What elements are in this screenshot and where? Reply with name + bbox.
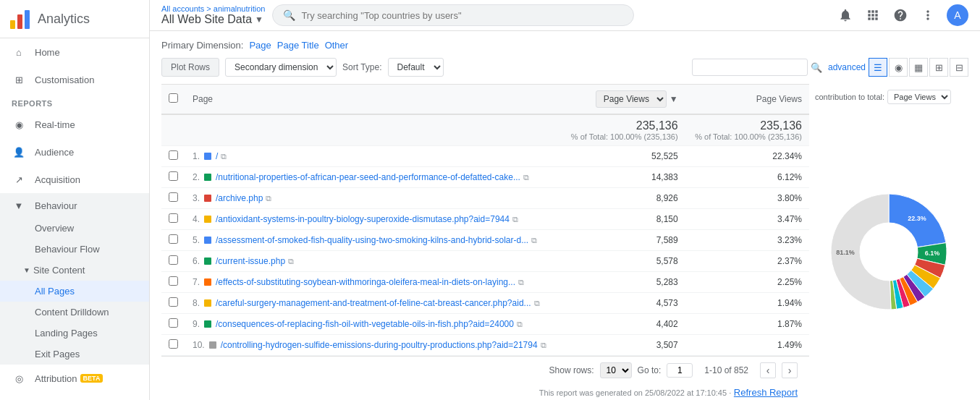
row-checkbox[interactable]: [169, 213, 178, 223]
sidebar-item-acquisition[interactable]: ↗ Acquisition: [0, 166, 149, 193]
external-link-icon: ⧉: [531, 236, 537, 245]
table-search-input[interactable]: [692, 59, 808, 76]
dimension-page-link[interactable]: Page: [249, 40, 271, 51]
show-rows-select[interactable]: 10: [600, 362, 632, 378]
row-color-dot: [204, 237, 211, 244]
page-url-link[interactable]: /effects-of-substituting-soybean-withmor…: [216, 277, 515, 287]
row-checkbox[interactable]: [169, 234, 178, 244]
svg-rect-0: [10, 20, 15, 29]
sidebar-item-site-content[interactable]: ▼ Site Content: [0, 260, 149, 281]
page-views-value: 5,578: [561, 251, 685, 272]
page-views-pct: 3.47%: [685, 209, 809, 230]
page-cell: 1. / ⧉: [185, 146, 561, 167]
sidebar-item-behaviour[interactable]: ▼ Behaviour: [0, 193, 149, 218]
row-checkbox[interactable]: [169, 276, 178, 286]
plot-rows-button[interactable]: Plot Rows: [161, 58, 219, 77]
chevron-down-icon: ▼: [23, 266, 30, 274]
chart-header: contribution to total: Page Views: [815, 90, 963, 104]
external-link-icon: ⧉: [523, 173, 529, 182]
advanced-link[interactable]: advanced: [828, 62, 866, 72]
row-number: 3.: [193, 193, 200, 203]
account-info: All accounts > animalnutrition All Web S…: [161, 4, 265, 26]
page-url-link[interactable]: /current-issue.php: [216, 256, 285, 266]
apps-icon[interactable]: [864, 7, 882, 24]
sidebar-item-discover[interactable]: 💡 Discover: [0, 392, 149, 400]
row-checkbox[interactable]: [169, 255, 178, 265]
search-bar[interactable]: 🔍: [272, 4, 634, 26]
pie-chart-container: 22.3%6.1%81.1%: [815, 108, 963, 395]
page-url-link[interactable]: /nutritional-properties-of-african-pear-…: [216, 172, 520, 182]
row-checkbox[interactable]: [169, 150, 178, 160]
row-checkbox-cell: [161, 314, 185, 335]
main-split: Page Page Views ▼: [161, 84, 968, 400]
prev-page-button[interactable]: ‹: [760, 362, 776, 378]
sidebar-item-behaviour-flow[interactable]: Behaviour Flow: [0, 239, 149, 260]
page-url-link[interactable]: /careful-surgery-management-and-treatmen…: [216, 298, 531, 308]
refresh-report-link[interactable]: Refresh Report: [734, 387, 798, 398]
all-pages-label: All Pages: [35, 286, 75, 297]
topbar-icons: A: [837, 4, 968, 26]
row-checkbox[interactable]: [169, 339, 178, 349]
sidebar-item-landing-pages[interactable]: Landing Pages: [0, 323, 149, 344]
sidebar-item-audience[interactable]: 👤 Audience: [0, 138, 149, 166]
table-row: 10. /controlling-hydrogen-sulfide-emissi…: [161, 335, 809, 356]
svg-rect-1: [17, 14, 22, 29]
pivot-view-button[interactable]: ⊟: [950, 58, 968, 77]
more-icon[interactable]: [919, 7, 937, 24]
sidebar-item-attribution[interactable]: ◎ Attribution BETA: [0, 365, 149, 392]
table-view-button[interactable]: ☰: [869, 58, 887, 77]
attribution-icon: ◎: [12, 371, 26, 386]
page-url-link[interactable]: /controlling-hydrogen-sulfide-emissions-…: [221, 340, 538, 350]
page-url-link[interactable]: /consequences-of-replacing-fish-oil-with…: [216, 319, 514, 329]
notifications-icon[interactable]: [837, 7, 854, 24]
page-cell: 5. /assessment-of-smoked-fish-quality-us…: [185, 230, 561, 251]
user-avatar[interactable]: A: [947, 4, 968, 26]
secondary-dimension-select[interactable]: Secondary dimension: [225, 58, 337, 77]
page-url-link[interactable]: /antioxidant-systems-in-poultry-biology-…: [216, 214, 510, 224]
sidebar-item-customisation[interactable]: ⊞ Customisation: [0, 66, 149, 93]
sidebar-item-home[interactable]: ⌂ Home: [0, 38, 149, 66]
dimension-page-title-link[interactable]: Page Title: [277, 40, 319, 51]
row-checkbox[interactable]: [169, 318, 178, 328]
svg-rect-2: [25, 10, 30, 29]
pie-label: 81.1%: [836, 249, 855, 256]
page-views-value: 4,573: [561, 293, 685, 314]
row-checkbox[interactable]: [169, 297, 178, 307]
sidebar-item-all-pages[interactable]: All Pages: [0, 281, 149, 302]
next-page-button[interactable]: ›: [782, 362, 798, 378]
chart-area: contribution to total: Page Views 22.3%6…: [809, 84, 968, 400]
pie-view-button[interactable]: ◉: [889, 58, 908, 77]
page-views-column-select[interactable]: Page Views: [596, 90, 667, 108]
contribution-select[interactable]: Page Views: [887, 90, 951, 104]
page-url-link[interactable]: /archive.php: [216, 193, 263, 203]
row-checkbox[interactable]: [169, 192, 178, 202]
account-path: All accounts > animalnutrition: [161, 4, 265, 13]
row-number: 9.: [193, 319, 200, 329]
help-icon[interactable]: [892, 7, 909, 24]
page-url-link[interactable]: /: [216, 151, 218, 161]
sidebar-audience-label: Audience: [35, 147, 74, 158]
row-checkbox[interactable]: [169, 171, 178, 181]
row-checkbox-cell: [161, 293, 185, 314]
search-input[interactable]: [301, 10, 623, 21]
sidebar-item-content-drilldown[interactable]: Content Drilldown: [0, 302, 149, 323]
sidebar-item-exit-pages[interactable]: Exit Pages: [0, 344, 149, 365]
behaviour-icon: ▼: [12, 198, 26, 213]
bar-view-button[interactable]: ▦: [909, 58, 928, 77]
row-color-dot: [204, 195, 211, 202]
account-name-container[interactable]: All Web Site Data ▼: [161, 13, 265, 26]
sidebar-item-overview[interactable]: Overview: [0, 218, 149, 239]
report-info-bar: This report was generated on 25/08/2022 …: [161, 384, 809, 400]
page-url-link[interactable]: /assessment-of-smoked-fish-quality-using…: [216, 235, 528, 245]
sidebar-item-realtime[interactable]: ◉ Real-time: [0, 111, 149, 138]
sort-type-select[interactable]: Default: [388, 58, 444, 77]
page-views-pct: 3.23%: [685, 230, 809, 251]
dimension-other-link[interactable]: Other: [325, 40, 349, 51]
goto-input[interactable]: [667, 363, 693, 378]
select-all-checkbox[interactable]: [169, 93, 178, 103]
compare-view-button[interactable]: ⊞: [929, 58, 948, 77]
toolbar-right: 🔍 advanced ☰ ◉ ▦ ⊞ ⊟: [692, 58, 968, 77]
page-views-sort-header[interactable]: Page Views ▼: [561, 85, 685, 115]
table-toolbar: Plot Rows Secondary dimension Sort Type:…: [161, 58, 968, 77]
search-small-icon[interactable]: 🔍: [811, 62, 822, 73]
